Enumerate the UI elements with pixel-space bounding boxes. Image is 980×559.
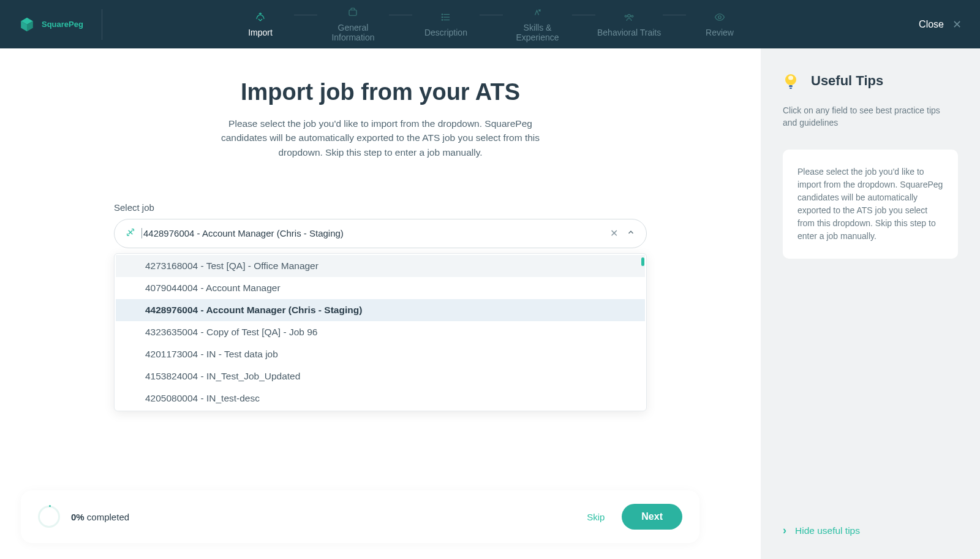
close-button[interactable]: Close [919,19,944,30]
svg-rect-16 [789,85,793,87]
svg-point-11 [625,15,627,17]
nav-step-label: Skills & Experience [503,23,572,42]
progress-ring-icon [38,506,60,528]
select-job-field: 4428976004 - Account Manager (Chris - St… [114,219,647,248]
nav-step-icon [346,7,360,19]
nav-step-label: Description [424,28,467,37]
nav-step-description[interactable]: Description [412,12,480,37]
svg-point-10 [628,14,631,17]
form-area: Select job 4428976004 - Account Manager … [114,202,647,248]
svg-point-13 [718,15,722,18]
brand-name: SquarePeg [42,20,83,29]
content-column: Import job from your ATS Please select t… [0,48,761,559]
wizard-nav: ImportGeneral InformationDescriptionSkil… [227,7,753,42]
bulb-icon [783,73,799,89]
chevron-right-icon: › [783,524,786,537]
nav-step-icon [254,12,267,24]
page-title: Import job from your ATS [0,79,761,105]
nav-step-icon [713,12,726,24]
nav-step-icon [531,7,545,19]
brand-logo[interactable]: SquarePeg [18,9,102,40]
nav-step-skills-experience[interactable]: Skills & Experience [503,7,572,42]
clear-icon[interactable]: ✕ [610,227,618,239]
progress-text: 0% completed [71,512,129,522]
header-bar: SquarePeg ImportGeneral InformationDescr… [0,0,980,48]
dropdown-option[interactable]: 4323635004 - Copy of Test [QA] - Job 96 [116,321,645,343]
select-dropdown: 4273168004 - Test [QA] - Office Manager4… [114,253,647,411]
logo-icon [18,16,36,33]
nav-step-label: Import [248,28,273,37]
nav-step-label: General Information [317,23,389,42]
nav-step-icon [622,12,636,24]
dropdown-option[interactable]: 4428976004 - Account Manager (Chris - St… [116,299,645,321]
progress-percent: 0% [71,512,85,522]
dropdown-option[interactable]: 4079044004 - Account Manager [116,277,645,299]
nav-step-general-information[interactable]: General Information [317,7,389,42]
hide-tips-button[interactable]: › Hide useful tips [783,524,860,537]
svg-rect-17 [790,88,792,89]
close-icon[interactable]: ✕ [952,18,962,31]
progress-bar: 0% completed Skip Next [21,490,699,543]
main-area: Import job from your ATS Please select t… [0,48,980,559]
nav-step-review[interactable]: Review [686,12,753,37]
tips-box: Please select the job you'd like to impo… [783,150,958,259]
nav-step-label: Behavioral Traits [597,28,661,37]
nav-step-import[interactable]: Import [227,12,294,37]
dropdown-option[interactable]: 4205080004 - IN_test-desc [116,387,645,409]
nav-step-label: Review [706,28,734,37]
svg-point-9 [442,19,443,20]
svg-point-12 [631,15,633,17]
tips-title: Useful Tips [811,73,883,89]
select-label: Select job [114,202,647,213]
page-subtitle: Please select the job you'd like to impo… [215,116,546,159]
tips-header: Useful Tips [783,73,958,89]
next-button[interactable]: Next [622,504,682,530]
svg-point-15 [788,76,793,80]
svg-rect-3 [349,10,356,15]
nav-step-behavioral-traits[interactable]: Behavioral Traits [595,12,663,37]
chevron-up-icon[interactable] [627,228,635,239]
nav-step-icon [439,12,453,24]
tips-panel: Useful Tips Click on any field to see be… [761,48,980,559]
dropdown-option[interactable]: 4153824004 - IN_Test_Job_Updated [116,365,645,387]
select-job-input[interactable]: 4428976004 - Account Manager (Chris - St… [114,219,647,248]
expand-icon [126,227,135,240]
select-value: 4428976004 - Account Manager (Chris - St… [141,228,610,238]
svg-point-8 [442,17,443,18]
skip-button[interactable]: Skip [587,512,605,522]
dropdown-option[interactable]: 4273168004 - Test [QA] - Office Manager [116,255,645,277]
dropdown-scrollbar[interactable] [641,257,644,266]
close-area: Close ✕ [919,18,962,31]
dropdown-option[interactable]: 4201173004 - IN - Test data job [116,343,645,365]
svg-point-7 [442,13,443,15]
tips-subtext: Click on any field to see best practice … [783,105,948,129]
